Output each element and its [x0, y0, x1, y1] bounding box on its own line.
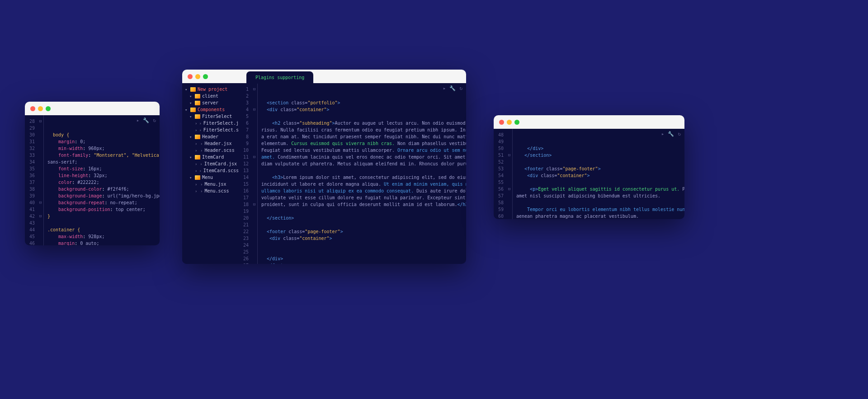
code-area[interactable]: ▸ 🔧 ↻ <section class="portfolio"> <div c… [258, 83, 466, 264]
folder-icon [190, 87, 196, 92]
editor-actions: ▸ 🔧 ↻ [661, 131, 681, 137]
tree-item[interactable]: ››Header.jsx [182, 140, 239, 147]
tree-item[interactable]: ▾New project [182, 86, 239, 93]
wrench-icon[interactable]: 🔧 [449, 85, 456, 92]
folder-icon [195, 155, 200, 160]
tree-item[interactable]: ▾client [182, 93, 239, 99]
file-tree: ▾New project▾client▾server▾Components▾Fi… [182, 83, 239, 264]
titlebar[interactable] [494, 115, 684, 129]
tree-item[interactable]: ▾Menu [182, 174, 239, 181]
tree-item[interactable]: ▾FiterSelect [182, 113, 239, 120]
file-icon: › [199, 128, 201, 132]
code-area[interactable]: ▸ 🔧 ↻ </div> </section> <footer class="p… [513, 129, 684, 219]
tree-item[interactable]: ››FiterSelect.scss [182, 127, 239, 133]
tree-item[interactable]: ▾ItemCard [182, 154, 239, 160]
tab-plugins[interactable]: Plagins supporting [246, 71, 313, 84]
titlebar[interactable]: Plagins supporting [182, 70, 466, 83]
tree-item[interactable]: ››Menu.jsx [182, 181, 239, 188]
wrench-icon[interactable]: 🔧 [668, 131, 674, 137]
editor-actions: ▸ 🔧 ↻ [137, 117, 156, 124]
titlebar[interactable] [25, 102, 160, 115]
folder-icon [195, 175, 200, 180]
file-icon: › [200, 162, 202, 166]
tree-item[interactable]: ▾server [182, 99, 239, 106]
file-icon: › [200, 148, 203, 153]
file-icon: › [200, 189, 203, 193]
refresh-icon[interactable]: ↻ [153, 117, 156, 124]
maximize-icon[interactable] [46, 106, 51, 111]
line-numbers: 1234567891011121314151617181920212223242… [239, 83, 251, 264]
css-editor-window: 2829303132333435363738394041424344454647… [25, 102, 160, 245]
minimize-icon[interactable] [195, 74, 200, 79]
fold-gutter[interactable]: ⊟⊟ [506, 129, 513, 219]
code-area[interactable]: ▸ 🔧 ↻ body { margin: 0; min-width: 960px… [44, 115, 160, 245]
folder-icon [195, 135, 200, 139]
play-icon[interactable]: ▸ [443, 85, 446, 92]
folder-icon [195, 114, 200, 119]
tree-item[interactable]: ▾Header [182, 133, 239, 140]
refresh-icon[interactable]: ↻ [459, 85, 462, 92]
minimize-icon[interactable] [38, 106, 43, 111]
folder-icon [195, 101, 200, 105]
refresh-icon[interactable]: ↻ [678, 131, 681, 137]
main-editor-window: Plagins supporting ▾New project▾client▾s… [182, 70, 466, 264]
file-icon: › [199, 121, 201, 126]
maximize-icon[interactable] [203, 74, 208, 79]
editor-actions: ▸ 🔧 ↻ [443, 85, 462, 92]
tree-item[interactable]: ››ItemCard.scss [182, 167, 239, 174]
maximize-icon[interactable] [514, 120, 519, 125]
tree-item[interactable]: ››ItemCard.jsx [182, 160, 239, 167]
folder-icon [195, 94, 200, 99]
minimize-icon[interactable] [507, 120, 512, 125]
tree-item[interactable]: ▾Components [182, 106, 239, 113]
fold-gutter[interactable]: ⊟⊟⊟⊟ [38, 115, 44, 245]
play-icon[interactable]: ▸ [661, 131, 665, 137]
file-icon: › [199, 169, 201, 173]
tree-item[interactable]: ››FiterSelect.jsx [182, 120, 239, 127]
file-icon: › [200, 141, 203, 146]
tree-item[interactable]: ››Menu.scss [182, 188, 239, 194]
html-editor-window: 484950515253545556575859606162 ⊟⊟ ▸ 🔧 ↻ … [494, 115, 684, 219]
fold-gutter[interactable]: ⊟⊟⊟⊟ [251, 83, 258, 264]
folder-icon [190, 108, 196, 112]
line-numbers: 2829303132333435363738394041424344454647 [25, 115, 38, 245]
line-numbers: 484950515253545556575859606162 [494, 129, 506, 219]
play-icon[interactable]: ▸ [137, 117, 140, 124]
file-icon: › [200, 182, 203, 187]
close-icon[interactable] [499, 120, 504, 125]
wrench-icon[interactable]: 🔧 [143, 117, 149, 124]
tree-item[interactable]: ››Header.scss [182, 147, 239, 154]
close-icon[interactable] [188, 74, 193, 79]
close-icon[interactable] [30, 106, 35, 111]
